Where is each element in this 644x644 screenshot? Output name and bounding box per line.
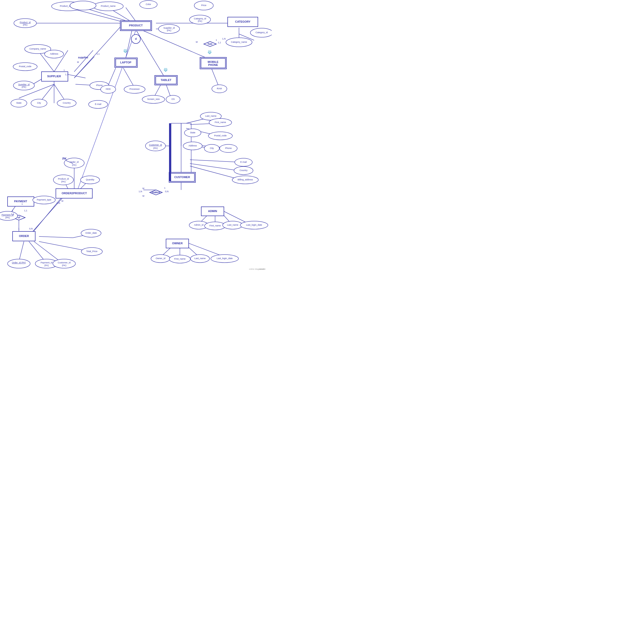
attr-last-name-cust-text: Last_name <box>205 115 217 117</box>
attr-payment-id-fk-sub: (FK) <box>44 264 49 267</box>
attr-admin-last-name-text: Last_name <box>227 224 238 226</box>
attr-payment-id-pk-sub: (PK) <box>5 216 10 219</box>
owner-label: OWNER <box>172 242 183 245</box>
attr-supplier-id-fk-text: Supplier_id <box>163 27 175 29</box>
attr-quantity-text: Quantity <box>86 178 94 181</box>
svg-line-66 <box>29 241 45 262</box>
attr-city-supplier-text: City <box>37 102 41 104</box>
attr-admin-id-text: Admin_id <box>194 224 204 226</box>
mobile-label2: PHONE <box>208 63 218 66</box>
attr-admin-last-login-text: Last_login_date <box>246 224 262 226</box>
admin-label: ADMIN <box>208 210 217 213</box>
mobile-label: MOBILE <box>208 60 219 63</box>
attr-owner-last-login-text: Last_login_date <box>217 257 233 260</box>
attr-price-text: Price <box>201 4 207 7</box>
svg-line-26 <box>141 30 206 58</box>
category-label: CATEGORY <box>235 20 251 23</box>
attr-color-text: Color <box>146 3 151 6</box>
attr-category-id-fk-sub: (FK) <box>198 20 202 22</box>
attr-hdd-text: HDD <box>106 88 111 90</box>
supplier-label: SUPPLIER <box>47 75 61 78</box>
isa-arrow-left: ⟱ <box>123 48 128 54</box>
svg-line-23 <box>74 26 121 78</box>
watermark-brand: creati <box>259 268 264 270</box>
attr-city-cust-text: City <box>210 147 214 149</box>
attr-phone-supplier-text: Phone <box>96 84 103 87</box>
card-of-11-right: 1,1 <box>24 209 27 212</box>
card-of-1-top: 1 <box>21 203 23 205</box>
svg-line-25 <box>136 30 164 75</box>
svg-line-27 <box>108 68 116 86</box>
attr-product-id-pk-sub: (PK) <box>23 24 27 26</box>
attr-supplier-id-fk-sub: (FK) <box>167 29 171 32</box>
attr-supplier-id-pk-sub: (PK) <box>22 86 26 88</box>
attr-address-supplier-text: Address <box>50 53 58 55</box>
svg-line-28 <box>123 68 133 86</box>
attr-country-supplier-text: Country <box>63 102 71 104</box>
attr-product-id-pk-text: Product_id <box>20 21 30 24</box>
attr-first-name-cust-text: First_name <box>215 121 226 124</box>
tablet-label: TABLET <box>161 78 172 82</box>
attr-ram-text: RAM <box>217 87 222 90</box>
card-makes-1: 1 <box>164 187 165 189</box>
svg-line-75 <box>187 243 224 257</box>
svg-line-65 <box>19 241 24 262</box>
card-o2p-1n: 1,N <box>57 202 60 204</box>
card-supplies-1: 1 <box>63 69 65 71</box>
card-of-1-left: 1 <box>12 209 13 212</box>
attr-email-supplier-text: E-mail <box>95 103 101 105</box>
attr-phone-cust-text: Phone <box>225 147 232 149</box>
card-has-11: 1,1 <box>218 41 221 44</box>
er-diagram: PRODUCT CATEGORY SUPPLIER LAPTOP TABLET … <box>0 0 272 272</box>
card-of-11-left: 1,1 <box>11 213 14 215</box>
card-supplies-11: 1,1 <box>97 53 100 55</box>
attr-billing-address-text: Billing_address <box>237 178 253 181</box>
attr-state-supplier-text: State <box>16 102 21 104</box>
attr-os-text: OS <box>171 98 175 100</box>
card-makes-m-right: M <box>142 195 144 197</box>
attr-product-name-text: Product_name <box>101 5 116 7</box>
pk-label: PK <box>62 157 67 160</box>
attr-payment-type-text: Payment_type <box>37 198 51 201</box>
attr-order-id-fk-sub: (FK) <box>72 164 76 166</box>
order2product-label: ORDER2PRODUCT <box>62 192 87 195</box>
attr-customer-id-pk-sub: (PK) <box>153 147 158 149</box>
attr-state-cust-text: State <box>190 131 195 134</box>
svg-line-41 <box>190 164 241 171</box>
attr-category-id-fk-text: Category_id <box>194 17 206 20</box>
product-label: PRODUCT <box>129 24 143 27</box>
attr-owner-id-text: Owner_id <box>156 257 166 260</box>
attr-category-id-text: Category_id <box>256 31 268 34</box>
svg-line-31 <box>211 68 219 87</box>
order-label: ORDER <box>19 234 29 237</box>
attr-postal-code-supplier-text: Postal_code <box>19 65 31 68</box>
attr-payment-id-fk-text: Payment_id <box>41 261 53 264</box>
attr-owner-last-name-text: Last_name <box>194 257 206 260</box>
attr-country-cust-text: Country <box>239 169 248 172</box>
isa-arrow-right: ⟱ <box>208 50 212 55</box>
card-supplies-13: 1,3 <box>65 73 68 76</box>
laptop-label: LAPTOP <box>120 61 131 64</box>
card-supplies-m: M <box>77 61 79 63</box>
attr-product-id-fk-sub: (FK) <box>61 180 66 183</box>
card-makes-0n-right: 0,N <box>165 190 169 193</box>
attr-owner-first-name-text: First_name <box>174 258 185 260</box>
attr-processor-text: Processor <box>130 88 140 90</box>
svg-line-67 <box>34 241 60 262</box>
attr-postal-code-cust-text: Postal_code <box>214 134 227 137</box>
card-makes-m-left: M <box>142 187 144 190</box>
attr-product-id-fk-text: Product_id <box>58 178 69 180</box>
card-has-1: 1 <box>216 39 217 41</box>
payment-label: PAYMENT <box>14 200 27 203</box>
supplies-label: supplies <box>78 56 88 59</box>
card-has-m: M <box>196 41 198 43</box>
card-o2p-m: M <box>61 200 63 202</box>
card-has-1n: 1,N <box>222 37 226 40</box>
attr-total-price-text: Total_Price <box>86 250 98 253</box>
svg-line-40 <box>190 160 241 162</box>
customer-box-left <box>169 123 171 181</box>
has-label: has <box>208 42 213 45</box>
attr-order-id-pk-text: Order_id (PK) <box>12 261 26 264</box>
attr-company-name-text: Company_name <box>29 48 46 50</box>
attr-customer-id-pk-text: Customer_id <box>149 144 162 146</box>
